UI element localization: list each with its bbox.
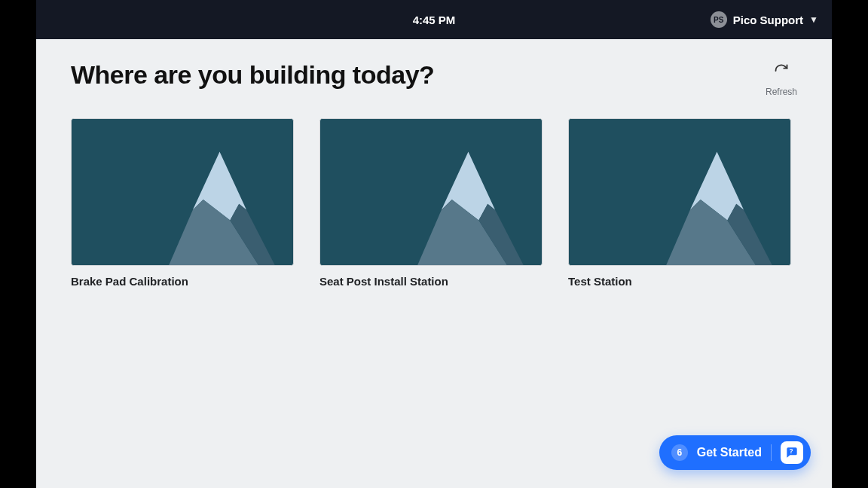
station-thumbnail [319,118,542,266]
refresh-icon [774,63,789,82]
help-badge-count: 6 [671,444,688,461]
station-card-title: Brake Pad Calibration [71,275,294,288]
station-card-test[interactable]: Test Station [568,118,791,288]
user-name: Pico Support [733,14,803,26]
mountain-icon [320,119,542,265]
svg-text:?: ? [790,447,793,455]
mountain-icon [72,119,293,265]
chevron-down-icon: ▼ [809,14,818,25]
page-title: Where are you building today? [71,60,434,90]
avatar: PS [711,11,727,28]
help-chat-icon: ? [781,441,803,464]
divider [771,444,772,461]
refresh-button[interactable]: Refresh [766,63,797,97]
station-thumbnail [568,118,791,266]
help-widget[interactable]: 6 Get Started ? [659,435,811,470]
top-bar: 4:45 PM PS Pico Support ▼ [36,0,832,39]
header-row: Where are you building today? Refresh [71,60,797,97]
station-card-brake-pad[interactable]: Brake Pad Calibration [71,118,294,288]
station-card-title: Seat Post Install Station [319,275,542,288]
user-menu[interactable]: PS Pico Support ▼ [711,11,818,28]
help-label: Get Started [697,446,762,459]
station-card-title: Test Station [568,275,791,288]
app-stage: 4:45 PM PS Pico Support ▼ Where are you … [36,0,832,488]
station-thumbnail [71,118,294,266]
refresh-label: Refresh [766,87,797,97]
mountain-icon [569,119,790,265]
station-card-seat-post[interactable]: Seat Post Install Station [319,118,542,288]
clock: 4:45 PM [413,14,456,26]
content-area: Where are you building today? Refresh [36,39,832,488]
station-cards: Brake Pad Calibration Seat Post Install … [71,118,797,288]
